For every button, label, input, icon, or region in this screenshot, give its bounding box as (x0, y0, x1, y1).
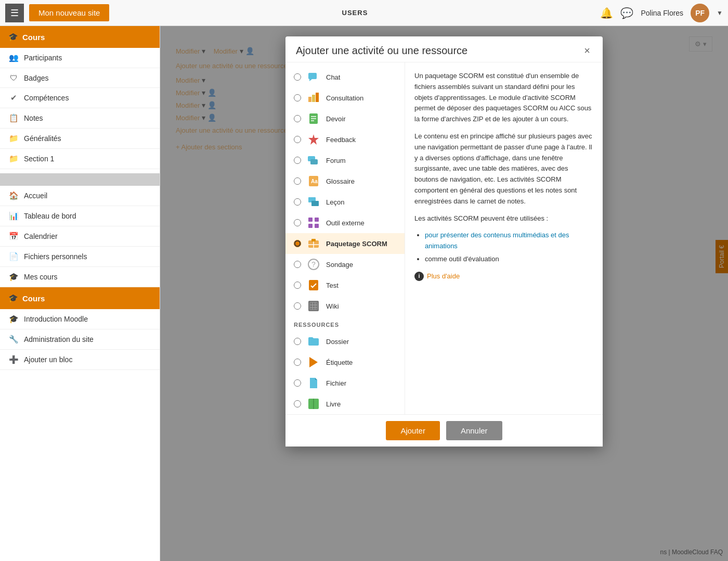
activity-label-fichier: Fichier (326, 379, 346, 387)
topbar-right: 🔔 💬 Polina Flores PF ▼ (600, 4, 723, 22)
username-label[interactable]: Polina Flores (641, 9, 683, 17)
sidebar-item-notes[interactable]: 📋 Notes (0, 108, 160, 129)
site-name-button[interactable]: Mon nouveau site (29, 4, 109, 21)
activity-radio-test[interactable] (294, 282, 301, 289)
activity-item-wiki[interactable]: Wiki (285, 296, 405, 316)
topbar: ☰ Mon nouveau site USERS 🔔 💬 Polina Flor… (0, 0, 728, 26)
sidebar-item-calendrier[interactable]: 📅 Calendrier (0, 226, 160, 247)
activity-radio-lecon[interactable] (294, 198, 301, 206)
activity-item-sondage[interactable]: ? Sondage (285, 254, 405, 275)
activity-label-feedback: Feedback (326, 136, 356, 144)
sidebar-item-tableau[interactable]: 📊 Tableau de bord (0, 206, 160, 226)
svg-rect-20 (315, 224, 319, 228)
activity-item-dossier[interactable]: Dossier (285, 331, 405, 352)
activity-item-outil[interactable]: Outil externe (285, 212, 405, 233)
activity-icon-lecon (306, 195, 321, 209)
activity-radio-paquetage[interactable] (294, 240, 301, 247)
activity-icon-glossaire: Aa (306, 174, 321, 188)
add-button[interactable]: Ajouter (386, 421, 440, 440)
activity-item-fichier[interactable]: Fichier (285, 373, 405, 393)
activity-item-paquetage[interactable]: Paquetage SCORM (285, 233, 405, 254)
activity-item-feedback[interactable]: Feedback (285, 129, 405, 150)
activity-radio-glossaire[interactable] (294, 177, 301, 185)
help-link[interactable]: i Plus d'aide (414, 271, 593, 282)
modal-dialog: Ajouter une activité ou une ressource × (285, 36, 603, 447)
svg-rect-4 (316, 93, 319, 102)
user-menu-chevron[interactable]: ▼ (717, 9, 723, 17)
activity-radio-wiki[interactable] (294, 302, 301, 310)
activity-label-forum: Forum (326, 157, 346, 164)
activity-item-test[interactable]: Test (285, 275, 405, 296)
activity-item-livre[interactable]: Livre (285, 393, 405, 414)
activity-radio-devoir[interactable] (294, 115, 301, 122)
sidebar-item-admin[interactable]: 🔧 Administration du site (0, 329, 160, 350)
chat-icon[interactable]: 💬 (620, 7, 633, 19)
activity-label-dossier: Dossier (326, 338, 349, 346)
sidebar-item-label: Participants (24, 54, 62, 62)
badges-icon: 🛡 (8, 73, 19, 82)
svg-text:?: ? (311, 260, 316, 269)
sidebar-item-label: Introduction Moodle (24, 315, 88, 323)
activity-item-lecon[interactable]: Leçon (285, 192, 405, 212)
cancel-button[interactable]: Annuler (446, 421, 502, 440)
activity-item-chat[interactable]: Chat (285, 67, 405, 87)
topbar-center: USERS (114, 9, 595, 17)
sidebar-item-accueil[interactable]: 🏠 Accueil (0, 186, 160, 206)
bell-icon[interactable]: 🔔 (600, 7, 613, 19)
activity-radio-etiquette[interactable] (294, 359, 301, 366)
activity-icon-consultation (306, 91, 321, 105)
activity-radio-fichier[interactable] (294, 379, 301, 387)
sidebar-item-mes-cours[interactable]: 🎓 Mes cours (0, 267, 160, 287)
sidebar-cours-label: Cours (22, 33, 45, 42)
activity-label-sondage: Sondage (326, 261, 353, 269)
sidebar-item-label: Section 1 (24, 155, 54, 163)
activity-item-glossaire[interactable]: Aa Glossaire (285, 171, 405, 192)
activity-item-devoir[interactable]: Devoir (285, 108, 405, 129)
activity-radio-feedback[interactable] (294, 136, 301, 143)
sidebar-item-badges[interactable]: 🛡 Badges (0, 68, 160, 88)
sidebar: 🎓 Cours 👥 Participants 🛡 Badges ✔ Compét… (0, 26, 160, 561)
participants-icon: 👥 (8, 53, 19, 62)
sidebar-item-label: Ajouter un bloc (24, 355, 72, 364)
svg-rect-22 (311, 239, 316, 241)
modal-footer: Ajouter Annuler (285, 414, 603, 447)
activity-radio-sondage[interactable] (294, 261, 301, 268)
activity-item-etiquette[interactable]: Étiquette (285, 352, 405, 373)
sidebar-nav-header (0, 173, 160, 186)
activity-radio-outil[interactable] (294, 219, 301, 226)
sidebar-item-section1[interactable]: 📁 Section 1 (0, 149, 160, 169)
activity-label-etiquette: Étiquette (326, 359, 353, 366)
activity-label-glossaire: Glossaire (326, 177, 355, 185)
activity-radio-dossier[interactable] (294, 338, 301, 345)
sidebar-item-fichiers[interactable]: 📄 Fichiers personnels (0, 247, 160, 267)
cours-icon: 🎓 (8, 32, 18, 42)
sidebar-item-bloc[interactable]: ➕ Ajouter un bloc (0, 350, 160, 370)
svg-rect-19 (308, 224, 313, 228)
hamburger-icon: ☰ (10, 7, 19, 19)
activity-icon-sondage: ? (306, 257, 321, 272)
sidebar-item-participants[interactable]: 👥 Participants (0, 48, 160, 68)
sidebar-item-label: Compétences (24, 94, 69, 102)
sidebar-item-intro[interactable]: 🎓 Introduction Moodle (0, 309, 160, 329)
svg-marker-9 (308, 134, 319, 145)
avatar[interactable]: PF (691, 4, 709, 22)
calendrier-icon: 📅 (8, 232, 19, 241)
activity-label-consultation: Consultation (326, 94, 363, 102)
activity-radio-consultation[interactable] (294, 94, 301, 101)
notes-icon: 📋 (8, 113, 19, 123)
activity-label-devoir: Devoir (326, 115, 346, 123)
sidebar-item-label: Calendrier (24, 232, 58, 240)
sidebar-item-generalites[interactable]: 📁 Généralités (0, 129, 160, 149)
activity-radio-forum[interactable] (294, 157, 301, 164)
menu-button[interactable]: ☰ (5, 4, 24, 22)
modal-close-button[interactable]: × (582, 45, 592, 57)
activity-item-consultation[interactable]: Consultation (285, 87, 405, 108)
activity-radio-livre[interactable] (294, 400, 301, 407)
activity-item-forum[interactable]: Forum (285, 150, 405, 171)
intro-icon: 🎓 (8, 314, 19, 324)
activity-radio-chat[interactable] (294, 73, 301, 81)
sidebar-item-competences[interactable]: ✔ Compétences (0, 88, 160, 108)
sidebar-cours2-header: 🎓 Cours (0, 287, 160, 309)
sidebar-cours-header: 🎓 Cours (0, 26, 160, 48)
modal-header: Ajouter une activité ou une ressource × (285, 36, 603, 62)
